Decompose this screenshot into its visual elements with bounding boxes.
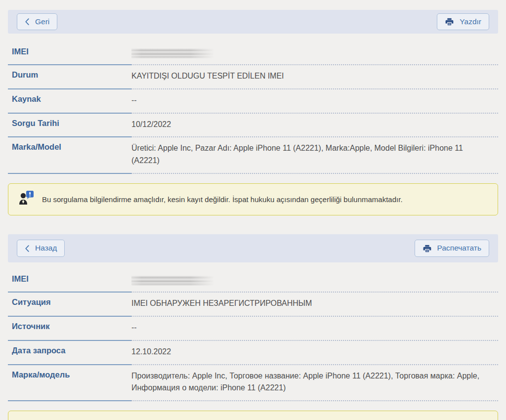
chevron-left-icon: [25, 18, 30, 25]
row-value: 10/12/2022: [131, 114, 498, 138]
person-alert-icon: [18, 190, 35, 209]
result-table-russian: IMEI Ситуация IMEI ОБНАРУЖЕН НЕЗАРЕГИСТР…: [8, 269, 498, 401]
row-label: Sorgu Tarihi: [8, 114, 131, 138]
row-value: IMEI ОБНАРУЖЕН НЕЗАРЕГИСТРИРОВАННЫМ: [131, 293, 498, 317]
row-label: Marka/Model: [8, 137, 131, 174]
row-value: --: [131, 89, 498, 114]
disclaimer-notice-russian: Этот запрос предназначен только для инфо…: [8, 411, 498, 420]
toolbar-russian: Назад Распечатать: [8, 234, 498, 262]
table-row: Марка/модель Производитель: Apple Inc, Т…: [8, 365, 498, 402]
imei-redacted-value: [131, 276, 213, 286]
print-button-label: Yazdır: [460, 17, 481, 27]
row-label: Durum: [8, 65, 131, 89]
row-value: --: [131, 317, 498, 341]
back-button-label: Geri: [35, 17, 49, 27]
row-label: IMEI: [8, 42, 131, 65]
back-button-label: Назад: [35, 244, 57, 253]
back-button[interactable]: Назад: [17, 240, 65, 257]
disclaimer-text: Bu sorgulama bilgilendirme amaçlıdır, ke…: [42, 194, 403, 205]
row-label: Дата запроса: [8, 341, 131, 365]
printer-icon: [422, 244, 432, 253]
row-label: Источник: [8, 317, 131, 341]
printer-icon: [445, 17, 454, 26]
chevron-left-icon: [25, 245, 30, 252]
print-button[interactable]: Yazdır: [437, 13, 489, 31]
result-table-turkish: IMEI Durum KAYITDIŞI OLDUGU TESPİT EDİLE…: [8, 42, 498, 174]
row-value: KAYITDIŞI OLDUGU TESPİT EDİLEN IMEI: [131, 65, 498, 89]
section-divider: [8, 215, 498, 234]
row-label: Ситуация: [8, 293, 131, 317]
row-value: 12.10.2022: [131, 341, 498, 365]
row-label: Марка/модель: [8, 365, 131, 402]
print-button[interactable]: Распечатать: [415, 240, 489, 257]
back-button[interactable]: Geri: [17, 13, 57, 31]
row-label: Kaynak: [8, 89, 131, 114]
table-row: Дата запроса 12.10.2022: [8, 341, 498, 365]
disclaimer-text: Этот запрос предназначен только для инфо…: [42, 418, 488, 420]
page: Geri Yazdır IMEI Durum KAYITDIŞI OLDUGU …: [0, 0, 506, 420]
table-row: Источник --: [8, 317, 498, 341]
toolbar-turkish: Geri Yazdır: [8, 10, 498, 34]
row-value: [131, 42, 498, 65]
row-label: IMEI: [8, 269, 131, 293]
table-row: Marka/Model Üretici: Apple Inc, Pazar Ad…: [8, 137, 498, 174]
table-row: Kaynak --: [8, 89, 498, 114]
table-row: Durum KAYITDIŞI OLDUGU TESPİT EDİLEN IME…: [8, 65, 498, 89]
row-value: Üretici: Apple Inc, Pazar Adı: Apple iPh…: [131, 137, 498, 174]
table-row: IMEI: [8, 269, 498, 293]
print-button-label: Распечатать: [437, 244, 481, 253]
table-row: Sorgu Tarihi 10/12/2022: [8, 114, 498, 138]
table-row: IMEI: [8, 42, 498, 65]
row-value: Производитель: Apple Inc, Торговое назва…: [131, 365, 498, 402]
row-value: [131, 269, 498, 293]
disclaimer-notice-turkish: Bu sorgulama bilgilendirme amaçlıdır, ke…: [8, 183, 498, 215]
table-row: Ситуация IMEI ОБНАРУЖЕН НЕЗАРЕГИСТРИРОВА…: [8, 293, 498, 317]
imei-redacted-value: [131, 48, 213, 58]
